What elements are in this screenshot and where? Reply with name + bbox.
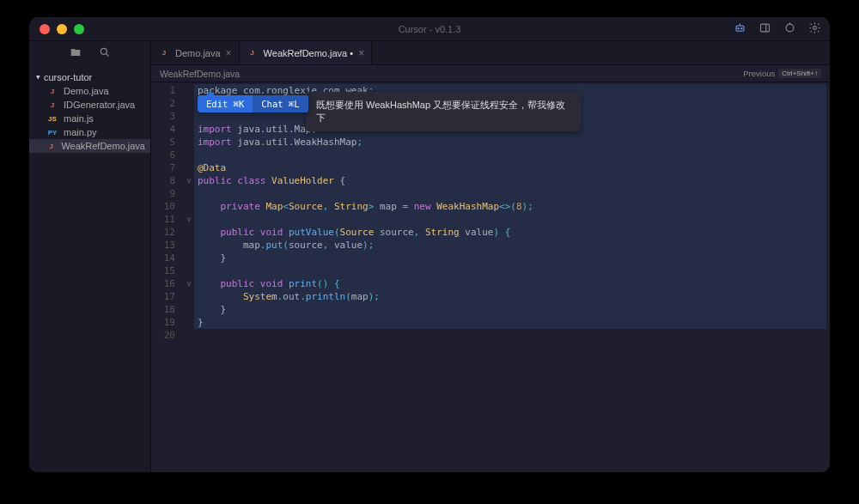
search-icon[interactable] [99, 46, 111, 61]
file-type-badge: J [46, 101, 58, 109]
folder-label: cursor-tutor [44, 72, 92, 82]
svg-point-8 [101, 48, 107, 54]
tab-bar: JDemo.java×JWeakRefDemo.java •× [151, 41, 830, 65]
sidebar: ▸ cursor-tutor JDemo.javaJIDGenerator.ja… [29, 41, 151, 472]
code-line[interactable]: } [194, 252, 830, 264]
inline-action-popup: Edit ⌘K Chat ⌘L [198, 95, 308, 112]
close-window-button[interactable] [40, 24, 50, 34]
tree-item[interactable]: JDemo.java [29, 84, 150, 98]
svg-point-1 [738, 27, 739, 28]
file-type-badge: J [46, 143, 56, 150]
previous-hint[interactable]: Previous Ctrl+Shift+↑ [743, 69, 821, 78]
editor-area: JDemo.java×JWeakRefDemo.java •× WeakRefD… [151, 41, 830, 472]
code-line[interactable] [194, 213, 830, 226]
file-name: main.py [64, 127, 97, 137]
file-name: WeakRefDemo.java [61, 141, 145, 151]
file-name: main.js [64, 113, 94, 124]
code-line[interactable]: public void putValue(Source source, Stri… [194, 226, 830, 239]
file-type-badge: J [247, 49, 259, 57]
tree-item[interactable]: JWeakRefDemo.java [29, 139, 150, 153]
code-line[interactable]: import java.util.WeakHashMap; [194, 136, 830, 149]
code-editor[interactable]: 1234567891011121314151617181920 vvv pack… [151, 82, 830, 472]
editor-tab[interactable]: JDemo.java× [151, 41, 240, 64]
chat-action-button[interactable]: Chat ⌘L [253, 95, 308, 112]
chevron-down-icon: ▸ [34, 76, 43, 80]
maximize-window-button[interactable] [74, 24, 84, 34]
robot-icon[interactable] [734, 21, 746, 37]
tree-item[interactable]: JIDGenerator.java [29, 98, 150, 112]
code-line[interactable]: public class ValueHolder { [194, 174, 830, 187]
breadcrumb-bar: WeakRefDemo.java Previous Ctrl+Shift+↑ [151, 65, 830, 82]
tree-folder-root[interactable]: ▸ cursor-tutor [29, 70, 150, 84]
file-tree: ▸ cursor-tutor JDemo.javaJIDGenerator.ja… [29, 65, 150, 472]
tab-label: WeakRefDemo.java • [264, 48, 354, 58]
svg-rect-4 [761, 24, 770, 32]
titlebar: Cursor - v0.1.3 [29, 17, 830, 41]
tab-label: Demo.java [175, 48, 221, 58]
fold-gutter: vvv [184, 82, 194, 472]
code-line[interactable]: public void print() { [194, 277, 830, 290]
file-type-badge: J [158, 49, 170, 57]
tree-item[interactable]: JSmain.js [29, 112, 150, 125]
code-line[interactable] [194, 329, 830, 342]
file-type-badge: PY [46, 129, 58, 137]
file-name: Demo.java [64, 86, 109, 96]
file-name: IDGenerator.java [64, 100, 135, 110]
chat-prompt-popup[interactable]: 既想要使用 WeakHashMap 又想要保证线程安全，帮我修改下 [306, 92, 581, 131]
edit-action-button[interactable]: Edit ⌘K [198, 95, 253, 112]
svg-point-6 [786, 24, 794, 32]
previous-label: Previous [743, 69, 775, 78]
code-line[interactable]: @Data [194, 161, 830, 174]
breadcrumb[interactable]: WeakRefDemo.java [160, 69, 240, 79]
code-line[interactable] [194, 264, 830, 277]
gear-icon[interactable] [808, 21, 821, 37]
titlebar-actions [734, 21, 821, 37]
window-title: Cursor - v0.1.3 [399, 24, 461, 34]
code-line[interactable]: } [194, 316, 830, 329]
app-window: Cursor - v0.1.3 ▸ cursor-tutor JDemo.jav… [29, 17, 830, 472]
code-line[interactable]: private Map<Source, String> map = new We… [194, 200, 830, 213]
code-line[interactable]: } [194, 303, 830, 316]
code-line[interactable]: map.put(source, value); [194, 239, 830, 252]
files-icon[interactable] [70, 46, 82, 61]
panel-icon[interactable] [758, 21, 771, 37]
previous-key: Ctrl+Shift+↑ [778, 69, 821, 78]
file-type-badge: JS [46, 115, 58, 123]
close-icon[interactable]: × [226, 47, 232, 59]
file-type-badge: J [46, 88, 58, 95]
svg-line-9 [106, 53, 108, 56]
code-area[interactable]: package com.ronglexie.com.weak;;import j… [194, 82, 830, 472]
code-line[interactable]: System.out.println(map); [194, 290, 830, 303]
close-icon[interactable]: × [358, 47, 364, 59]
code-line[interactable] [194, 149, 830, 161]
refresh-icon[interactable] [783, 21, 796, 37]
line-number-gutter: 1234567891011121314151617181920 [151, 82, 184, 472]
svg-point-7 [813, 26, 817, 29]
code-line[interactable] [194, 187, 830, 200]
sidebar-toolbar [29, 41, 150, 65]
tree-item[interactable]: PYmain.py [29, 125, 150, 139]
svg-point-2 [741, 27, 742, 28]
traffic-lights [29, 24, 84, 34]
minimize-window-button[interactable] [57, 24, 67, 34]
editor-tab[interactable]: JWeakRefDemo.java •× [240, 41, 373, 64]
